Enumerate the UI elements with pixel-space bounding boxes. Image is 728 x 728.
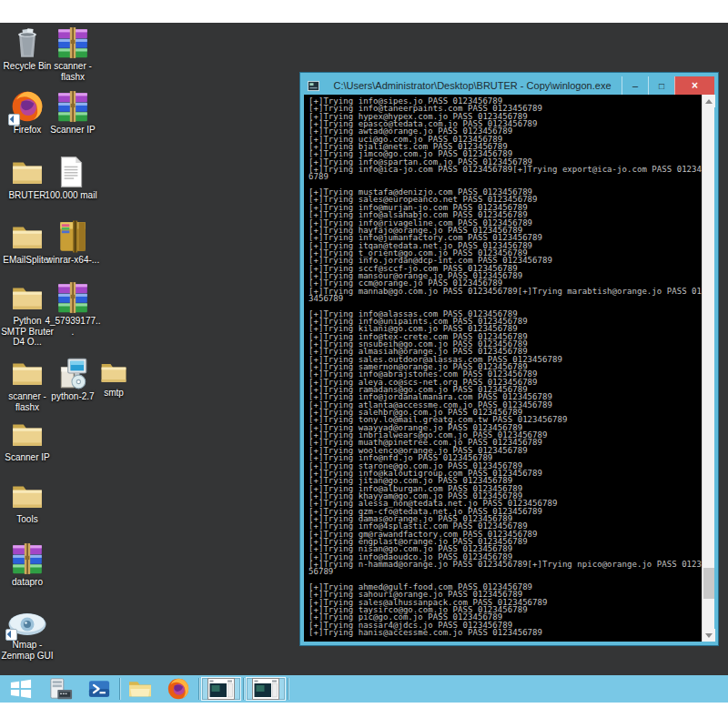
desktop-icon-smtp[interactable]: smtp (93, 358, 135, 399)
taskbar-separator (288, 678, 288, 700)
file-explorer-button[interactable] (121, 675, 159, 703)
taskbar-separator (198, 678, 199, 700)
desktop-icon-label: 4_57939177... (45, 316, 101, 337)
desktop-icon-label: python-2.7 (51, 391, 94, 402)
server-manager-icon (48, 677, 74, 701)
desktop-icon-label: EMailSpliter (3, 255, 51, 266)
desktop-icon-scanner-flashx-rar[interactable]: scanner - flashx (46, 25, 100, 82)
desktop-icon-100000-mail[interactable]: 100.000 mail (44, 155, 98, 201)
desktop-icon-python-27[interactable]: python-2.7 (46, 356, 100, 402)
scrollbar-thumb[interactable] (703, 568, 714, 599)
folder-icon (10, 479, 45, 513)
firefox-icon (167, 677, 190, 701)
rar-archive-icon (56, 89, 90, 124)
console-window-thumbnail-icon (252, 678, 279, 700)
desktop-icon-winrar-installer[interactable]: winrar-x64-... (46, 219, 100, 266)
desktop-icon-label: smtp (104, 388, 124, 399)
desktop-icon-label: 100.000 mail (45, 190, 96, 201)
taskbar-separator (243, 678, 244, 700)
folder-icon (10, 280, 45, 315)
nmap-eye-icon (7, 610, 47, 639)
desktop-icon-label: Nmap - Zenmap GUI (0, 640, 55, 661)
desktop-icon-label: Scanner IP (50, 125, 95, 136)
taskbar-window-button-1[interactable] (201, 677, 241, 701)
folder-icon (10, 356, 45, 390)
desktop-icon-label: Tools (16, 514, 37, 525)
folder-icon (10, 155, 45, 189)
folder-icon (99, 358, 128, 387)
window-title: C:\Users\Administrator\Desktop\BRUTER - … (323, 80, 622, 91)
desktop: Recycle Bin scanner - flashx Firefox Sca… (0, 23, 728, 675)
desktop-icon-scanner-ip-folder[interactable]: Scanner IP (0, 417, 55, 463)
console-window-thumbnail-icon (207, 678, 235, 700)
desktop-icon-nmap-zenmap[interactable]: Nmap - Zenmap GUI (0, 610, 55, 661)
windows-logo-icon (10, 678, 32, 700)
scroll-down-arrow-icon (705, 633, 713, 638)
desktop-icon-label: BRUTER (8, 190, 46, 201)
window-controls: – □ × (622, 76, 714, 95)
desktop-icon-label: Scanner IP (5, 452, 49, 463)
start-button[interactable] (0, 675, 42, 703)
powershell-icon (88, 678, 110, 700)
console-app-icon (308, 80, 319, 92)
firefox-button[interactable] (159, 675, 197, 703)
powershell-button[interactable] (80, 675, 118, 703)
rar-archive-icon (56, 25, 90, 60)
taskbar (0, 675, 728, 703)
maximize-button[interactable]: □ (648, 76, 674, 95)
text-document-icon (54, 155, 88, 189)
python-installer-icon (56, 356, 90, 390)
scrollbar[interactable] (702, 95, 714, 642)
desktop-icon-label: winrar-x64-... (46, 255, 99, 266)
desktop-icon-label: datapro (12, 577, 43, 588)
desktop-icon-datapro[interactable]: datapro (0, 541, 55, 588)
desktop-icon-label: scanner - flashx (46, 61, 100, 82)
scroll-down-button[interactable] (703, 629, 715, 642)
titlebar[interactable]: C:\Users\Administrator\Desktop\BRUTER - … (304, 76, 714, 95)
file-explorer-icon (127, 678, 153, 700)
scroll-up-arrow-icon (705, 99, 713, 104)
desktop-icon-4-57939177[interactable]: 4_57939177... (46, 280, 100, 337)
taskbar-separator (119, 678, 120, 700)
folder-icon (10, 417, 45, 451)
console-output: [+]Trying info@sipes.jo PASS 0123456789 … (304, 95, 702, 639)
server-manager-button[interactable] (42, 675, 80, 703)
recycle-bin-icon (10, 25, 45, 60)
shortcut-arrow-icon (8, 114, 20, 126)
console-window: C:\Users\Administrator\Desktop\BRUTER - … (300, 73, 718, 645)
desktop-icon-label: Firefox (14, 125, 42, 136)
scroll-up-button[interactable] (703, 95, 715, 107)
minimize-button[interactable]: – (622, 76, 648, 95)
rar-archive-icon (10, 541, 45, 576)
winrar-installer-icon (56, 219, 90, 254)
firefox-icon (10, 89, 45, 124)
taskbar-window-button-2[interactable] (246, 677, 286, 701)
close-button[interactable]: × (674, 76, 714, 95)
desktop-icon-scanner-ip-rar[interactable]: Scanner IP (46, 89, 100, 136)
shortcut-arrow-icon (5, 629, 17, 641)
desktop-icon-tools[interactable]: Tools (0, 479, 55, 525)
folder-icon (10, 219, 45, 254)
rar-archive-icon (56, 280, 90, 315)
console-output-area[interactable]: [+]Trying info@sipes.jo PASS 0123456789 … (304, 95, 714, 642)
desktop-icon-label: Recycle Bin (4, 61, 52, 72)
